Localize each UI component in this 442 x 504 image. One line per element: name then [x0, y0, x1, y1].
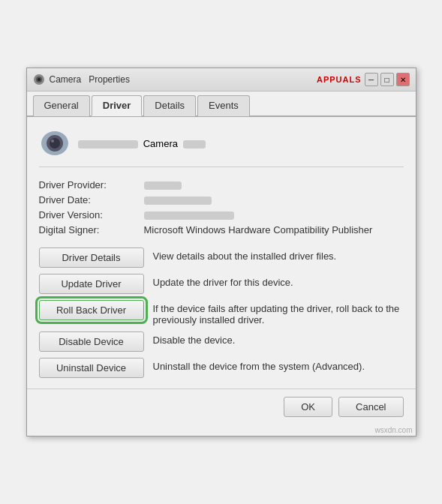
signer-label: Digital Signer: [39, 224, 144, 236]
provider-blurred [144, 182, 182, 190]
actions-list: Driver Details View details about the in… [39, 248, 404, 378]
device-icon [39, 128, 71, 159]
appuals-logo: APPUALS [317, 75, 362, 84]
svg-point-2 [38, 78, 41, 81]
info-row-version: Driver Version: [39, 209, 404, 220]
version-label: Driver Version: [39, 209, 144, 220]
title-bar-right: APPUALS ─ □ ✕ [317, 73, 410, 86]
version-blurred [144, 212, 234, 220]
action-row-driver-details: Driver Details View details about the in… [39, 248, 404, 268]
tab-bar: General Driver Details Events [27, 92, 416, 117]
driver-details-button[interactable]: Driver Details [39, 248, 144, 268]
cancel-button[interactable]: Cancel [338, 397, 403, 417]
camera-title-icon [33, 74, 45, 86]
action-row-disable-device: Disable Device Disable the device. [39, 332, 404, 352]
driver-info-table: Driver Provider: Driver Date: Driver Ver… [39, 179, 404, 236]
driver-details-desc: View details about the installed driver … [153, 248, 404, 262]
action-row-roll-back: Roll Back Driver If the device fails aft… [39, 300, 404, 326]
info-row-signer: Digital Signer: Microsoft Windows Hardwa… [39, 224, 404, 236]
device-name-blurred [78, 140, 138, 148]
tab-general[interactable]: General [33, 95, 90, 116]
device-name-area: Camera [78, 138, 206, 149]
update-driver-desc: Update the driver for this device. [153, 274, 404, 288]
tab-driver[interactable]: Driver [92, 95, 143, 116]
ok-button[interactable]: OK [284, 397, 332, 417]
provider-value [144, 179, 404, 190]
watermark: wsxdn.com [27, 424, 416, 436]
disable-device-desc: Disable the device. [153, 332, 404, 346]
tab-events[interactable]: Events [197, 95, 250, 116]
uninstall-device-desc: Uninstall the device from the system (Ad… [153, 358, 404, 372]
svg-point-5 [50, 138, 60, 148]
title-bar-left: Camera Properties [33, 74, 130, 86]
title-bar: Camera Properties APPUALS ─ □ ✕ [27, 68, 416, 92]
device-name-label: Camera [143, 138, 178, 149]
version-value [144, 209, 404, 220]
info-row-provider: Driver Provider: [39, 179, 404, 190]
device-extra-blurred [183, 140, 206, 148]
update-driver-button[interactable]: Update Driver [39, 274, 144, 294]
close-button[interactable]: ✕ [396, 73, 410, 86]
info-row-date: Driver Date: [39, 194, 404, 206]
uninstall-device-button[interactable]: Uninstall Device [39, 358, 144, 378]
date-label: Driver Date: [39, 194, 144, 206]
action-row-uninstall-device: Uninstall Device Uninstall the device fr… [39, 358, 404, 378]
tab-content: Camera Driver Provider: Driver Date: Dri… [27, 117, 416, 388]
minimize-button[interactable]: ─ [365, 73, 378, 86]
tab-details[interactable]: Details [143, 95, 196, 116]
roll-back-driver-desc: If the device fails after updating the d… [153, 300, 404, 326]
device-header: Camera [39, 128, 404, 167]
action-row-update-driver: Update Driver Update the driver for this… [39, 274, 404, 294]
date-value [144, 194, 404, 206]
roll-back-driver-button[interactable]: Roll Back Driver [39, 300, 144, 320]
disable-device-button[interactable]: Disable Device [39, 332, 144, 352]
svg-point-6 [51, 140, 54, 142]
maximize-button[interactable]: □ [380, 73, 394, 86]
title-text: Camera Properties [50, 74, 130, 85]
date-blurred [144, 196, 212, 205]
dialog-footer: OK Cancel [27, 388, 416, 424]
properties-window: Camera Properties APPUALS ─ □ ✕ General … [26, 68, 416, 436]
window-controls: ─ □ ✕ [365, 73, 410, 86]
signer-value: Microsoft Windows Hardware Compatibility… [144, 224, 404, 236]
provider-label: Driver Provider: [39, 179, 144, 190]
